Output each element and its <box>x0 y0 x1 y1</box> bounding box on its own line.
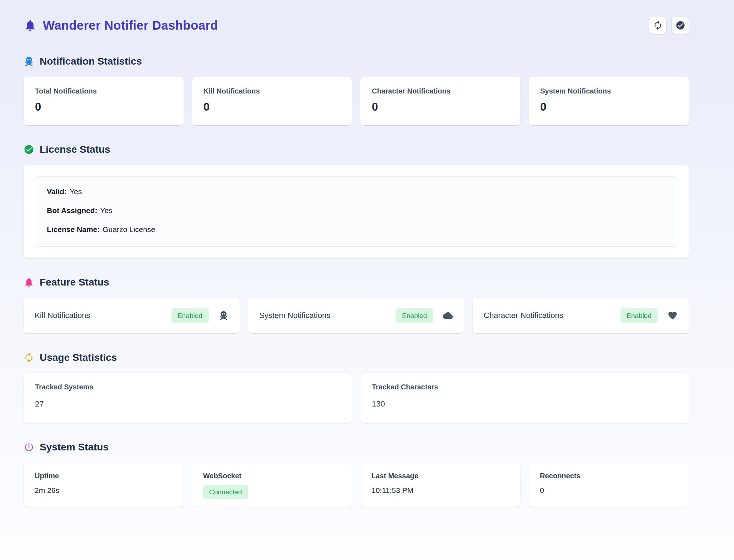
header-actions <box>649 17 689 34</box>
license-details-panel: Valid:Yes Bot Assigned:Yes License Name:… <box>35 176 677 247</box>
section-license-status: License Status Valid:Yes Bot Assigned:Ye… <box>24 144 689 258</box>
stat-card-total-notifications: Total Notifications 0 <box>24 77 184 125</box>
section-heading: System Status <box>24 442 689 453</box>
stat-label: Character Notifications <box>372 87 509 95</box>
feature-label: Kill Notifications <box>35 311 171 320</box>
section-notification-statistics: Notification Statistics Total Notificati… <box>24 56 689 125</box>
license-field-label: Valid: <box>47 187 67 196</box>
skull-crossbones-icon <box>219 311 229 321</box>
usage-card-tracked-systems: Tracked Systems 27 <box>24 373 352 423</box>
section-heading: Feature Status <box>24 277 689 288</box>
stat-value: 0 <box>372 101 509 113</box>
refresh-icon <box>653 20 663 30</box>
cloud-icon <box>443 311 453 321</box>
stat-card-character-notifications: Character Notifications 0 <box>360 77 520 125</box>
stat-cards-row: Total Notifications 0 Kill Notifications… <box>24 77 689 125</box>
license-valid-row: Valid:Yes <box>47 187 665 196</box>
system-value: 2m 26s <box>35 486 173 495</box>
system-card-last-message: Last Message 10:11:53 PM <box>360 463 520 507</box>
license-field-label: Bot Assigned: <box>47 206 98 215</box>
stat-value: 0 <box>35 101 172 113</box>
power-icon <box>24 442 34 453</box>
system-cards-row: Uptime 2m 26s WebSocket Connected Last M… <box>24 463 689 507</box>
system-value: 10:11:53 PM <box>371 486 509 495</box>
usage-value: 27 <box>35 399 340 409</box>
system-label: Last Message <box>371 472 509 480</box>
feature-card-kill-notifications: Kill Notifications Enabled <box>24 298 240 333</box>
section-title: Feature Status <box>40 277 109 288</box>
heart-icon <box>668 311 678 321</box>
stat-label: Total Notifications <box>35 87 172 95</box>
stat-label: System Notifications <box>540 87 678 95</box>
section-title: System Status <box>40 442 109 453</box>
system-value: 0 <box>540 486 678 495</box>
stat-card-system-notifications: System Notifications 0 <box>529 77 689 125</box>
section-usage-statistics: Usage Statistics Tracked Systems 27 Trac… <box>24 352 689 423</box>
check-circle-icon <box>24 144 34 155</box>
usage-label: Tracked Systems <box>35 383 340 391</box>
section-system-status: System Status Uptime 2m 26s WebSocket Co… <box>24 442 689 507</box>
check-circle-icon <box>675 20 685 30</box>
usage-label: Tracked Characters <box>372 383 677 391</box>
section-heading: Usage Statistics <box>24 352 689 363</box>
license-field-label: License Name: <box>47 225 100 233</box>
stat-label: Kill Notifications <box>204 87 341 95</box>
usage-card-tracked-characters: Tracked Characters 130 <box>360 373 689 423</box>
license-field-value: Yes <box>100 206 113 215</box>
bell-icon <box>24 19 37 32</box>
skull-crossbones-icon <box>24 56 34 67</box>
feature-label: Character Notifications <box>484 311 620 320</box>
section-title: Notification Statistics <box>40 56 142 67</box>
section-feature-status: Feature Status Kill Notifications Enable… <box>24 277 689 333</box>
feature-cards-row: Kill Notifications Enabled System Notifi… <box>24 298 689 333</box>
refresh-button[interactable] <box>649 17 666 34</box>
stat-value: 0 <box>540 101 678 113</box>
system-card-uptime: Uptime 2m 26s <box>24 463 184 507</box>
bell-icon <box>24 277 34 288</box>
feature-card-system-notifications: System Notifications Enabled <box>248 298 464 333</box>
status-badge: Enabled <box>171 308 209 323</box>
header: Wanderer Notifier Dashboard <box>24 14 689 37</box>
feature-card-character-notifications: Character Notifications Enabled <box>473 298 689 333</box>
system-card-reconnects: Reconnects 0 <box>529 463 689 507</box>
section-title: Usage Statistics <box>40 352 117 363</box>
title-wrap: Wanderer Notifier Dashboard <box>24 18 218 32</box>
websocket-status-wrap: Connected <box>203 485 341 499</box>
status-badge: Enabled <box>620 308 658 323</box>
page-title: Wanderer Notifier Dashboard <box>43 18 218 32</box>
status-badge: Enabled <box>396 308 433 323</box>
dashboard-page: Wanderer Notifier Dashboard Notification… <box>0 0 734 507</box>
system-label: WebSocket <box>203 472 341 480</box>
usage-value: 130 <box>372 399 677 409</box>
feature-label: System Notifications <box>259 311 396 320</box>
confirm-button[interactable] <box>672 17 689 34</box>
license-name-row: License Name:Guarzo License <box>47 225 665 234</box>
connected-badge: Connected <box>203 485 248 499</box>
refresh-icon <box>24 352 34 363</box>
stat-card-kill-notifications: Kill Notifications 0 <box>192 77 352 125</box>
license-field-value: Guarzo License <box>103 225 155 233</box>
license-field-value: Yes <box>70 187 82 196</box>
section-heading: Notification Statistics <box>24 56 689 67</box>
stat-value: 0 <box>204 101 341 113</box>
system-label: Reconnects <box>540 472 678 480</box>
system-label: Uptime <box>35 472 173 480</box>
section-title: License Status <box>40 144 110 155</box>
system-card-websocket: WebSocket Connected <box>192 463 352 507</box>
license-bot-assigned-row: Bot Assigned:Yes <box>47 206 665 215</box>
license-card: Valid:Yes Bot Assigned:Yes License Name:… <box>24 165 689 258</box>
usage-cards-row: Tracked Systems 27 Tracked Characters 13… <box>24 373 689 423</box>
section-heading: License Status <box>24 144 689 155</box>
